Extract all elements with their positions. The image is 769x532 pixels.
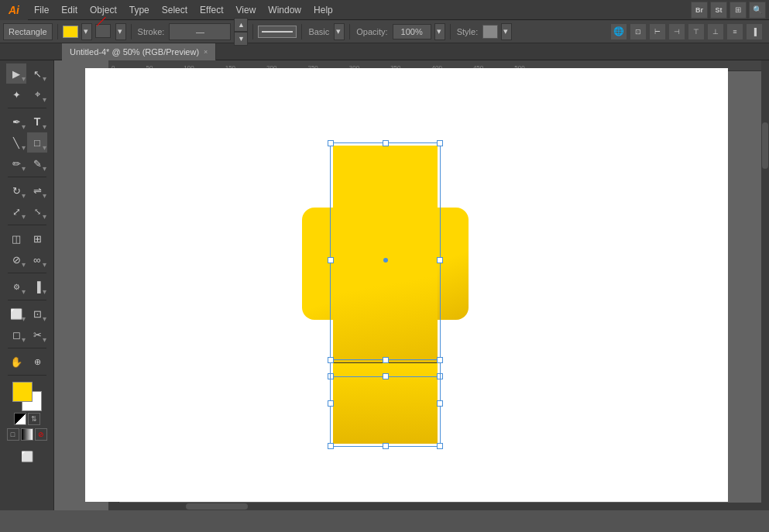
pen-tool[interactable]: ✒▾: [6, 112, 26, 132]
screen-mode-btn[interactable]: ⬜: [8, 446, 46, 466]
align-t-icon[interactable]: ⊥: [707, 23, 724, 40]
stroke-down[interactable]: ▼: [234, 32, 248, 46]
global-icon[interactable]: 🌐: [610, 23, 627, 40]
workspace-icon[interactable]: ⊞: [730, 2, 747, 19]
align-m-icon[interactable]: ≡: [726, 23, 743, 40]
style-preview[interactable]: [482, 25, 498, 39]
arrange-icon[interactable]: ⊡: [630, 23, 647, 40]
bridge-icon[interactable]: Br: [691, 2, 708, 19]
select-tool[interactable]: ▶▾: [6, 63, 26, 84]
hand-tool[interactable]: ✋: [6, 352, 26, 372]
tool-row-9: ⊘▾ ∞▾: [6, 249, 47, 269]
reflect-tool[interactable]: ⇌▾: [27, 180, 47, 201]
sep6: [450, 24, 451, 39]
magic-wand-tool[interactable]: ✦: [6, 84, 26, 105]
canvas-area[interactable]: 050100150200250300350400450500 050100150…: [54, 60, 769, 510]
menu-object[interactable]: Object: [84, 0, 123, 20]
type-tool[interactable]: T▾: [27, 112, 47, 132]
opacity-label: Opacity:: [355, 27, 389, 36]
shape-bottom: [333, 362, 438, 444]
opacity-arrow[interactable]: ▾: [434, 23, 445, 40]
toolbar: Rectangle ▾ ▾ Stroke: — ▲ ▼ Basic ▾ Opac…: [0, 20, 769, 43]
horizontal-scrollbar[interactable]: [108, 503, 769, 510]
handle-br: [437, 373, 443, 379]
sep2: [131, 24, 132, 39]
align-c-icon[interactable]: ⊣: [668, 23, 685, 40]
align-r-icon[interactable]: ⊤: [688, 23, 705, 40]
rotate-tool[interactable]: ↻▾: [6, 180, 26, 201]
stock-icon[interactable]: St: [710, 2, 727, 19]
slice-tool[interactable]: ⊡▾: [27, 304, 47, 324]
stroke-up[interactable]: ▲: [234, 18, 248, 32]
tool-sep-6: [8, 348, 46, 348]
style-label: Style:: [455, 27, 480, 36]
stroke-arrow[interactable]: ▾: [115, 23, 126, 40]
tool-row-5: ✏▾ ✎▾: [6, 153, 47, 173]
opacity-input[interactable]: [393, 24, 431, 39]
paintbrush-tool[interactable]: ✏▾: [6, 153, 26, 173]
gradient-icon[interactable]: [21, 428, 33, 441]
default-colors-btn[interactable]: [14, 413, 26, 425]
change-screen-mode[interactable]: ⬜: [8, 446, 46, 466]
pencil-tool[interactable]: ✎▾: [27, 153, 47, 173]
menubar: Ai File Edit Object Type Select Effect V…: [0, 0, 769, 20]
basic-label: Basic: [307, 27, 331, 36]
color-fill-icon[interactable]: □: [7, 428, 19, 441]
menu-type[interactable]: Type: [123, 0, 156, 20]
mesh-tool[interactable]: ⊞: [27, 228, 47, 249]
tool-sep-3: [8, 225, 46, 225]
menu-edit[interactable]: Edit: [55, 0, 84, 20]
eraser-tool[interactable]: ◻▾: [6, 324, 26, 345]
swap-colors-btn[interactable]: ⇅: [28, 413, 40, 425]
tool-sep-4: [8, 273, 46, 273]
fill-color-arrow[interactable]: ▾: [81, 23, 92, 40]
gradient-tool[interactable]: ◫: [6, 228, 26, 249]
handle-tr: [437, 140, 443, 146]
blend-tool[interactable]: ∞▾: [27, 249, 47, 269]
menu-file[interactable]: File: [28, 0, 55, 20]
color-swatches: ⇅ □ ⊘: [7, 382, 47, 441]
warp-tool[interactable]: ⤡▾: [27, 201, 47, 221]
none-icon[interactable]: ⊘: [35, 428, 47, 441]
tool-row-8: ◫ ⊞: [6, 228, 47, 249]
fg-bg-swatches: [12, 382, 42, 411]
symbol-tool[interactable]: ⚙▾: [6, 276, 26, 297]
document-tab[interactable]: Untitled-4* @ 50% (RGB/Preview) ×: [62, 43, 216, 60]
menu-help[interactable]: Help: [307, 0, 339, 20]
tool-row-2: ✦ ⌖▾: [6, 84, 47, 105]
eyedropper-tool[interactable]: ⊘▾: [6, 249, 26, 269]
scissors-tool[interactable]: ✂▾: [27, 324, 47, 345]
sep4: [301, 24, 302, 39]
color-mode-swatches: □ ⊘: [7, 428, 47, 441]
fill-color-box[interactable]: [63, 26, 78, 38]
tab-bar: Untitled-4* @ 50% (RGB/Preview) ×: [0, 43, 769, 60]
stroke-indicator[interactable]: [95, 24, 112, 39]
graph-tool[interactable]: ▐▾: [27, 276, 47, 297]
menu-select[interactable]: Select: [156, 0, 194, 20]
chart-icon[interactable]: ▐: [746, 23, 763, 40]
artboard-tool[interactable]: ⬜▾: [6, 304, 26, 324]
shape-group[interactable]: [302, 146, 472, 448]
tool-row-11: ⬜▾ ⊡▾: [6, 304, 47, 324]
align-l-icon[interactable]: ⊢: [649, 23, 666, 40]
direct-select-tool[interactable]: ↖▾: [27, 63, 47, 84]
line-tool[interactable]: ╲▾: [6, 132, 26, 153]
handle-bbr: [437, 443, 443, 449]
foreground-color-swatch[interactable]: [12, 382, 33, 402]
vertical-scrollbar[interactable]: [761, 60, 769, 503]
search-icon[interactable]: 🔍: [749, 2, 766, 19]
stroke-style[interactable]: [258, 26, 297, 38]
tab-title: Untitled-4* @ 50% (RGB/Preview): [70, 47, 199, 57]
tab-close-btn[interactable]: ×: [204, 48, 208, 56]
basic-arrow[interactable]: ▾: [334, 23, 345, 40]
lasso-tool[interactable]: ⌖▾: [27, 84, 47, 105]
rectangle-tool[interactable]: □▾: [27, 132, 47, 153]
scale-tool[interactable]: ⤢▾: [6, 201, 26, 221]
style-arrow[interactable]: ▾: [501, 23, 512, 40]
toolbox: ▶▾ ↖▾ ✦ ⌖▾ ✒▾ T▾ ╲▾: [0, 60, 54, 510]
menu-window[interactable]: Window: [262, 0, 307, 20]
zoom-tool[interactable]: ⊕: [27, 352, 47, 372]
menu-effect[interactable]: Effect: [194, 0, 229, 20]
stroke-value[interactable]: —: [169, 23, 231, 40]
tool-sep-2: [8, 177, 46, 177]
